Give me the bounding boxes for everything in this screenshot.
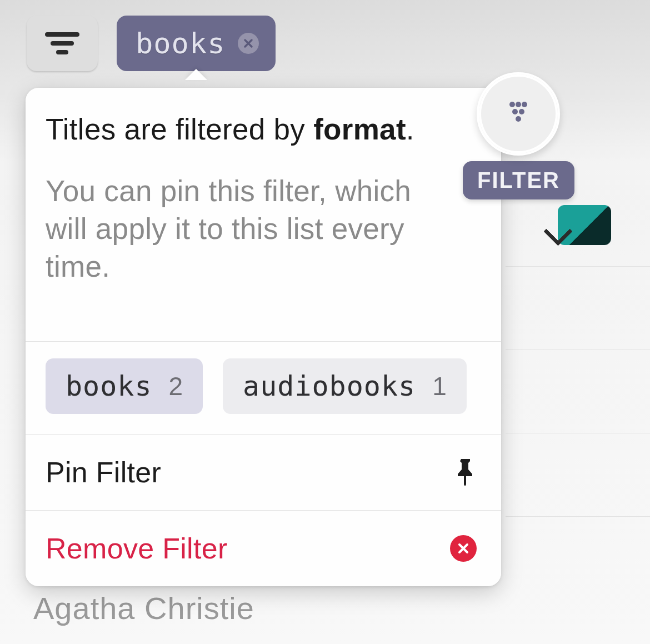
filter-option-count: 2 — [169, 371, 183, 401]
svg-point-4 — [516, 102, 521, 107]
background-author-text: Agatha Christie — [33, 590, 254, 626]
background-list-row — [506, 267, 650, 350]
popover-heading-bold: format — [313, 113, 406, 146]
pin-filter-button[interactable]: Pin Filter — [26, 435, 501, 510]
popover-description-section: Titles are filtered by format. You can p… — [26, 88, 501, 341]
remove-filter-button[interactable]: Remove Filter — [26, 511, 501, 586]
pin-filter-label: Pin Filter — [46, 456, 161, 489]
popover-arrow — [185, 69, 207, 80]
filter-option-label: audiobooks — [243, 370, 416, 402]
filter-popover: Titles are filtered by format. You can p… — [26, 88, 501, 586]
svg-point-3 — [509, 102, 515, 107]
filter-callout-label: FILTER — [463, 161, 574, 199]
filter-option-label: books — [66, 370, 152, 402]
top-bar: books — [27, 16, 276, 71]
svg-rect-1 — [51, 41, 74, 46]
close-icon — [450, 535, 477, 562]
popover-subtext: You can pin this filter, which will appl… — [46, 172, 434, 285]
popover-heading: Titles are filtered by format. — [46, 111, 481, 148]
pin-icon — [454, 458, 477, 487]
filter-option-books[interactable]: books 2 — [46, 358, 203, 414]
filter-callout-badge — [477, 72, 560, 156]
sort-icon — [45, 30, 79, 57]
format-badge-icon — [558, 205, 611, 245]
popover-heading-prefix: Titles are filtered by — [46, 113, 313, 146]
svg-point-8 — [516, 116, 521, 122]
filter-icon — [503, 99, 533, 129]
svg-point-6 — [512, 109, 518, 114]
filter-options-section: books 2 audiobooks 1 — [26, 342, 501, 434]
active-filter-label: books — [136, 27, 226, 60]
filter-callout: FILTER — [463, 72, 574, 199]
popover-heading-suffix: . — [406, 113, 414, 146]
filter-option-count: 1 — [432, 371, 447, 401]
close-icon[interactable] — [238, 33, 259, 54]
svg-point-5 — [522, 102, 527, 107]
background-list — [506, 183, 650, 517]
svg-rect-2 — [56, 50, 68, 54]
background-list-row — [506, 350, 650, 433]
svg-rect-0 — [45, 32, 79, 37]
sort-menu-button[interactable] — [27, 16, 98, 71]
active-filter-chip[interactable]: books — [117, 16, 276, 71]
filter-option-audiobooks[interactable]: audiobooks 1 — [223, 358, 467, 414]
remove-filter-label: Remove Filter — [46, 532, 228, 565]
svg-point-7 — [519, 109, 524, 114]
background-list-row — [506, 433, 650, 517]
